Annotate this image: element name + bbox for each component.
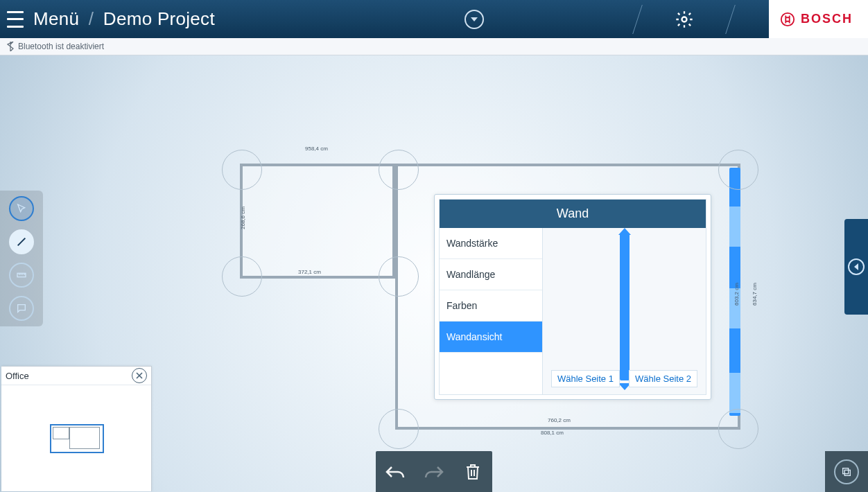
pointer-tool[interactable] [9, 196, 34, 221]
dimension-label: 603,2 cm [734, 283, 740, 306]
angle-indicator-icon [222, 150, 262, 190]
menu-blank [440, 353, 542, 394]
chevron-left-icon [848, 258, 865, 275]
redo-button [420, 458, 448, 486]
left-toolbar [0, 191, 43, 326]
breadcrumb-separator: / [89, 8, 94, 29]
line-tool[interactable] [9, 229, 34, 254]
bluetooth-icon [7, 42, 14, 51]
wall-properties-popup: Wand Wandstärke Wandlänge Farben Wandans… [434, 194, 711, 400]
bottom-action-bar [376, 451, 492, 492]
dimension-label: 372,1 cm [298, 269, 321, 275]
hamburger-menu-icon[interactable] [7, 11, 24, 28]
app-header: Menü / Demo Project BOSCH [0, 0, 868, 38]
duplicate-fab [825, 451, 868, 492]
selected-wall-segment[interactable] [729, 373, 740, 413]
measure-tool[interactable] [9, 263, 34, 288]
svg-point-0 [682, 17, 686, 21]
room-outline[interactable] [240, 164, 395, 279]
popup-menu: Wandstärke Wandlänge Farben Wandansicht [440, 228, 543, 394]
minimap-panel: Office [1, 366, 152, 491]
project-dropdown-icon[interactable] [465, 10, 484, 29]
selected-wall-segment[interactable] [729, 207, 740, 247]
dimension-label: 634,7 cm [752, 283, 758, 306]
svg-rect-3 [844, 470, 850, 475]
select-side-2-button[interactable]: Wähle Seite 2 [629, 370, 697, 387]
project-name[interactable]: Demo Project [103, 8, 215, 29]
dimension-label: 808,1 cm [541, 430, 564, 436]
dimension-label: 958,4 cm [305, 146, 328, 152]
canvas-area[interactable]: 958,4 cm 372,1 cm 268,6 cm 808,1 cm 760,… [0, 55, 868, 492]
note-tool[interactable] [9, 296, 34, 321]
menu-item-length[interactable]: Wandlänge [440, 259, 542, 290]
bosch-logo-text: BOSCH [801, 12, 853, 26]
angle-indicator-icon [718, 150, 758, 190]
right-panel-expand-handle[interactable] [844, 219, 868, 315]
menu-label[interactable]: Menü [33, 8, 79, 29]
bluetooth-status-text: Bluetooth ist deaktiviert [18, 42, 104, 51]
svg-point-1 [781, 12, 794, 25]
status-bar: Bluetooth ist deaktiviert [0, 38, 868, 55]
bosch-logo-icon [780, 12, 795, 27]
angle-indicator-icon [379, 256, 419, 297]
dimension-label: 760,2 cm [548, 417, 571, 423]
select-side-1-button[interactable]: Wähle Seite 1 [551, 370, 620, 387]
menu-item-thickness[interactable]: Wandstärke [440, 228, 542, 259]
wall-preview-shape [620, 234, 630, 380]
minimap-viewport-rect[interactable] [50, 424, 104, 453]
angle-indicator-icon [718, 409, 758, 449]
minimap-viewport[interactable] [1, 385, 151, 492]
angle-indicator-icon [379, 409, 419, 449]
bosch-logo: BOSCH [769, 0, 868, 38]
angle-indicator-icon [379, 150, 419, 190]
wall-side-preview: Wähle Seite 1 Wähle Seite 2 [543, 228, 706, 394]
settings-gear-icon[interactable] [675, 10, 694, 29]
header-right: BOSCH [607, 0, 868, 38]
dimension-label: 268,6 cm [240, 207, 246, 229]
angle-indicator-icon [222, 256, 262, 297]
minimap-close-button[interactable] [132, 368, 147, 383]
popup-title: Wand [440, 200, 706, 228]
menu-item-view[interactable]: Wandansicht [440, 322, 542, 353]
header-divider-icon [607, 0, 669, 38]
svg-rect-4 [843, 468, 849, 474]
header-divider-icon [700, 0, 762, 38]
minimap-title: Office [6, 371, 29, 381]
delete-button[interactable] [459, 458, 487, 486]
undo-button[interactable] [381, 458, 409, 486]
header-title: Menü / Demo Project [33, 8, 215, 30]
duplicate-button[interactable] [834, 459, 859, 484]
menu-item-colors[interactable]: Farben [440, 290, 542, 322]
